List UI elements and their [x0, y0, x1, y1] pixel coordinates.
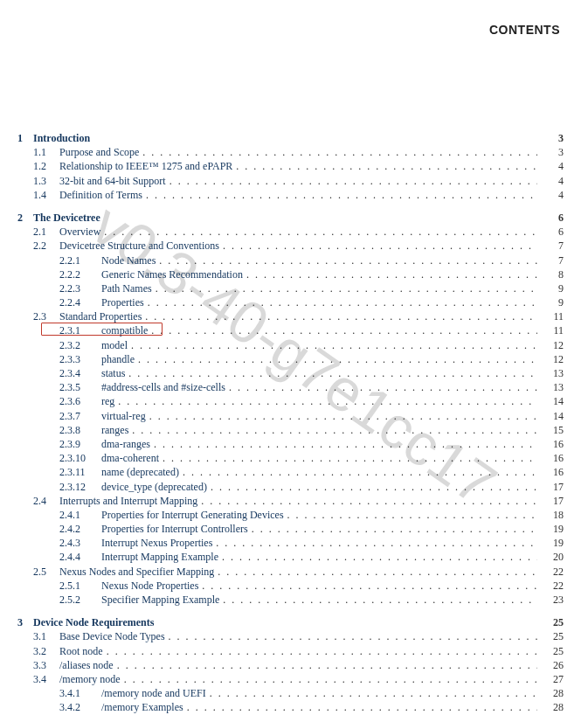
chapter-number: 2	[17, 211, 33, 225]
subsection-number: 2.3.7	[59, 409, 101, 423]
leader-dots	[104, 225, 537, 239]
toc-subsection[interactable]: 2.3.1compatible11	[17, 323, 564, 337]
toc-section[interactable]: 1.1Purpose and Scope3	[17, 145, 564, 159]
section-number: 2.3	[33, 309, 59, 323]
toc-chapter[interactable]: 2The Devicetree6	[17, 211, 564, 225]
toc-section[interactable]: 1.2Relationship to IEEE™ 1275 and ePAPR4	[17, 159, 564, 173]
subsection-number: 2.3.5	[59, 380, 101, 394]
toc-subsection[interactable]: 2.2.1Node Names7	[17, 253, 564, 267]
toc-subsection[interactable]: 2.3.5#address-cells and #size-cells13	[17, 380, 564, 394]
toc-subsection[interactable]: 2.3.7virtual-reg14	[17, 409, 564, 423]
toc-subsection[interactable]: 2.2.2Generic Names Recommendation8	[17, 267, 564, 281]
page-number: 12	[537, 352, 564, 366]
leader-dots	[201, 494, 537, 508]
toc-subsection[interactable]: 2.3.4status13	[17, 366, 564, 380]
leader-dots	[169, 174, 537, 188]
toc-subsection[interactable]: 2.2.3Path Names9	[17, 281, 564, 295]
toc-section[interactable]: 2.3Standard Properties11	[17, 309, 564, 323]
toc-section[interactable]: 3.4/memory node27	[17, 672, 564, 686]
section-number: 3.4	[33, 672, 59, 686]
subsection-title: reg	[101, 394, 118, 408]
toc-section[interactable]: 2.4Interrupts and Interrupt Mapping17	[17, 494, 564, 508]
page-number: 11	[537, 323, 564, 337]
toc-subsection[interactable]: 2.3.12device_type (deprecated)17	[17, 480, 564, 494]
page-number: 20	[537, 550, 564, 564]
subsection-title: Path Names	[101, 281, 156, 295]
subsection-title: device_type (deprecated)	[101, 480, 211, 494]
toc-subsection[interactable]: 2.5.1Nexus Node Properties22	[17, 579, 564, 593]
toc-subsection[interactable]: 2.3.11name (deprecated)16	[17, 465, 564, 479]
subsection-title: virtual-reg	[101, 409, 149, 423]
toc-subsection[interactable]: 2.3.9dma-ranges16	[17, 437, 564, 451]
toc-subsection[interactable]: 2.4.4Interrupt Mapping Example20	[17, 550, 564, 564]
toc-section[interactable]: 1.4Definition of Terms4	[17, 188, 564, 202]
toc-subsection[interactable]: 2.5.2Specifier Mapping Example23	[17, 593, 564, 607]
toc-subsection[interactable]: 2.3.10dma-coherent16	[17, 451, 564, 465]
subsection-title: Node Names	[101, 253, 159, 267]
page-number: 3	[537, 145, 564, 159]
section-number: 1.3	[33, 174, 59, 188]
toc-section[interactable]: 1.332-bit and 64-bit Support4	[17, 174, 564, 188]
toc-subsection[interactable]: 2.3.8ranges15	[17, 423, 564, 437]
leader-dots	[236, 159, 537, 173]
subsection-number: 2.3.9	[59, 437, 101, 451]
toc-section[interactable]: 3.2Root node25	[17, 644, 564, 658]
toc-subsection[interactable]: 3.4.2/memory Examples28	[17, 700, 564, 714]
section-title: Base Device Node Types	[59, 629, 169, 643]
section-title: Interrupts and Interrupt Mapping	[59, 494, 201, 508]
page-number: 4	[537, 188, 564, 202]
subsection-number: 2.2.1	[59, 253, 101, 267]
leader-dots	[223, 593, 537, 607]
toc-subsection[interactable]: 3.4.1/memory node and UEFI28	[17, 686, 564, 700]
toc-chapter[interactable]: 3Device Node Requirements25	[17, 615, 564, 629]
leader-dots	[149, 409, 537, 423]
toc-subsection[interactable]: 2.4.3Interrupt Nexus Properties19	[17, 536, 564, 550]
toc-section[interactable]: 3.3/aliases node26	[17, 658, 564, 672]
toc-subsection[interactable]: 2.4.2Properties for Interrupt Controller…	[17, 522, 564, 536]
page-number: 25	[537, 644, 564, 658]
toc-subsection[interactable]: 2.4.1Properties for Interrupt Generating…	[17, 508, 564, 522]
page-number: 18	[537, 508, 564, 522]
toc-subsection[interactable]: 2.2.4Properties9	[17, 295, 564, 309]
toc-section[interactable]: 2.2Devicetree Structure and Conventions7	[17, 239, 564, 253]
page-number: 19	[537, 522, 564, 536]
toc-subsection[interactable]: 2.3.2model12	[17, 338, 564, 352]
page-number: 19	[537, 536, 564, 550]
section-number: 1.1	[33, 145, 59, 159]
subsection-title: dma-coherent	[101, 451, 163, 465]
leader-dots	[145, 309, 537, 323]
toc-section[interactable]: 3.1Base Device Node Types25	[17, 629, 564, 643]
section-title: /memory node	[59, 672, 124, 686]
chapter-title: The Devicetree	[33, 211, 104, 225]
toc-section[interactable]: 2.5Nexus Nodes and Specifier Mapping22	[17, 565, 564, 579]
page-number: 15	[537, 423, 564, 437]
toc-subsection[interactable]: 2.3.6reg14	[17, 394, 564, 408]
page-number: 6	[537, 225, 564, 239]
leader-dots	[187, 700, 537, 714]
leader-dots	[218, 565, 537, 579]
toc-chapter[interactable]: 1Introduction3	[17, 131, 564, 145]
section-number: 1.2	[33, 159, 59, 173]
subsection-number: 2.3.11	[59, 465, 101, 479]
page-number: 22	[537, 579, 564, 593]
leader-dots	[146, 188, 537, 202]
leader-dots	[287, 508, 537, 522]
toc-subsection[interactable]: 2.3.3phandle12	[17, 352, 564, 366]
subsection-number: 2.4.2	[59, 522, 101, 536]
page-number: 27	[537, 672, 564, 686]
subsection-number: 2.4.1	[59, 508, 101, 522]
section-title: Overview	[59, 225, 104, 239]
subsection-title: ranges	[101, 423, 132, 437]
chapter-number: 1	[17, 131, 33, 145]
subsection-title: Properties	[101, 295, 148, 309]
subsection-number: 2.3.12	[59, 480, 101, 494]
page-number: 14	[537, 394, 564, 408]
section-number: 2.2	[33, 239, 59, 253]
page-number: 11	[537, 309, 564, 323]
section-number: 2.4	[33, 494, 59, 508]
section-number: 3.3	[33, 658, 59, 672]
leader-dots	[107, 644, 537, 658]
subsection-number: 2.3.10	[59, 451, 101, 465]
subsection-title: Specifier Mapping Example	[101, 593, 223, 607]
toc-section[interactable]: 2.1Overview6	[17, 225, 564, 239]
